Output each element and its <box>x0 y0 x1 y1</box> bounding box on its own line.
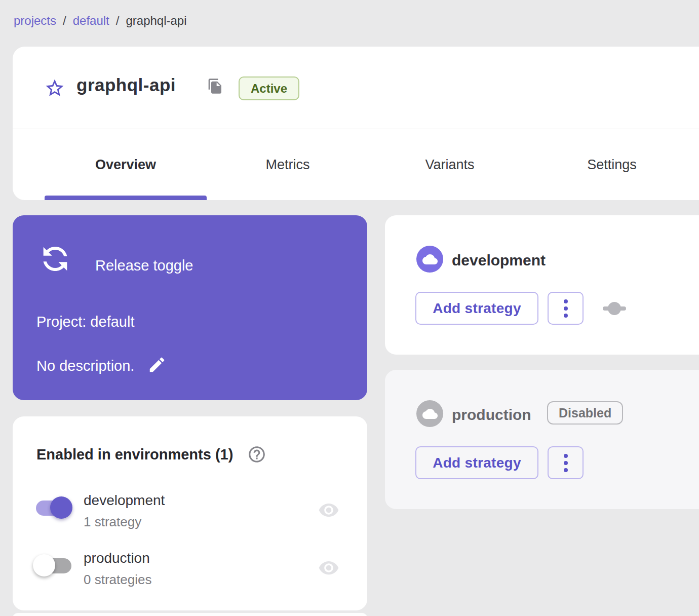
breadcrumb-projects-link[interactable]: projects <box>14 14 56 28</box>
enabled-environments-header: Enabled in environments (1) <box>36 445 266 464</box>
toggle-type-label: Release toggle <box>95 257 193 274</box>
toggle-description: No description. <box>36 358 134 374</box>
question-circle-icon[interactable] <box>247 445 266 464</box>
eye-icon[interactable] <box>317 557 341 579</box>
cloud-icon <box>416 400 443 427</box>
environment-strategy-count: 1 strategy <box>84 514 141 530</box>
rollout-slider-icon[interactable] <box>602 301 627 316</box>
release-toggle-card: Release toggle Project: default No descr… <box>13 215 367 400</box>
environment-strategy-count: 0 strategies <box>84 572 151 588</box>
kebab-dot <box>564 461 568 465</box>
cloud-icon <box>416 246 443 273</box>
environment-name: production <box>452 406 531 423</box>
add-strategy-button[interactable]: Add strategy <box>415 292 538 325</box>
kebab-dot <box>564 299 568 303</box>
active-tab-indicator <box>45 196 207 200</box>
environment-name: development <box>452 252 546 269</box>
switch-thumb <box>33 554 55 576</box>
breadcrumb-separator: / <box>63 14 66 28</box>
status-badge: Active <box>239 76 299 100</box>
feature-title-row: graphql-api Active <box>13 47 699 129</box>
eye-icon[interactable] <box>317 499 341 521</box>
environment-card-development: development Add strategy <box>385 215 699 355</box>
enabled-environments-title: Enabled in environments (1) <box>36 446 233 463</box>
kebab-dot <box>564 314 568 318</box>
environment-card-production: production Disabled Add strategy <box>385 370 699 509</box>
next-card-strip <box>13 613 367 616</box>
breadcrumb: projects / default / graphql-api <box>14 14 187 28</box>
environment-status-badge: Disabled <box>547 401 623 425</box>
favorite-star-icon[interactable] <box>44 78 65 99</box>
feature-header-card: graphql-api Active Overview Metrics Vari… <box>13 47 699 200</box>
kebab-dot <box>564 454 568 458</box>
breadcrumb-default-link[interactable]: default <box>73 14 109 28</box>
kebab-dot <box>564 306 568 311</box>
sync-arrows-icon <box>37 241 73 277</box>
switch-thumb <box>50 496 72 519</box>
environment-row-name: production <box>84 550 150 566</box>
kebab-menu-icon[interactable] <box>548 292 584 325</box>
environment-row-name: development <box>84 492 165 509</box>
edit-description-pencil-icon[interactable] <box>147 355 167 374</box>
enabled-environments-panel: Enabled in environments (1) development … <box>13 416 367 610</box>
development-toggle-switch[interactable] <box>33 495 73 520</box>
kebab-menu-icon[interactable] <box>548 446 584 479</box>
tab-overview[interactable]: Overview <box>45 129 207 200</box>
tab-metrics[interactable]: Metrics <box>207 129 369 200</box>
toggle-project-label: Project: default <box>36 314 134 330</box>
toggle-description-row: No description. <box>36 357 167 374</box>
tab-settings[interactable]: Settings <box>531 129 693 200</box>
breadcrumb-current: graphql-api <box>126 14 186 28</box>
copy-icon[interactable] <box>207 78 223 95</box>
tab-variants[interactable]: Variants <box>369 129 531 200</box>
production-toggle-switch[interactable] <box>33 553 73 578</box>
breadcrumb-separator: / <box>116 14 120 28</box>
feature-toggle-page: projects / default / graphql-api graphql… <box>0 0 699 616</box>
add-strategy-button[interactable]: Add strategy <box>415 446 538 479</box>
page-title: graphql-api <box>76 75 176 95</box>
tabs: Overview Metrics Variants Settings <box>45 129 693 200</box>
kebab-dot <box>564 468 568 472</box>
